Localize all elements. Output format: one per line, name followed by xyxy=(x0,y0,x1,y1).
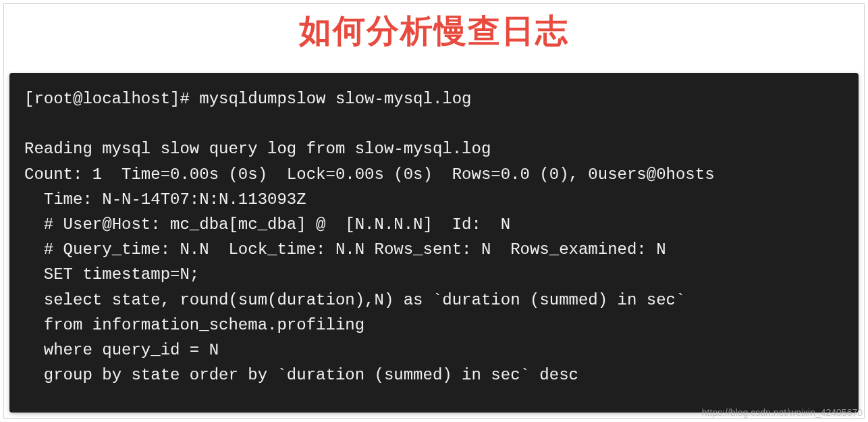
terminal-line: Time: N-N-14T07:N:N.113093Z xyxy=(24,190,306,209)
terminal-line: select state, round(sum(duration),N) as … xyxy=(24,291,685,309)
terminal-line: where query_id = N xyxy=(24,341,219,359)
terminal-line: Count: 1 Time=0.00s (0s) Lock=0.00s (0s)… xyxy=(24,165,715,184)
terminal-line: Reading mysql slow query log from slow-m… xyxy=(24,140,491,158)
watermark-text: https://blog.csdn.net/weixin_42405670 xyxy=(702,407,863,418)
terminal-line: # User@Host: mc_dba[mc_dba] @ [N.N.N.N] … xyxy=(24,215,510,234)
terminal-line: [root@localhost]# mysqldumpslow slow-mys… xyxy=(24,90,472,108)
terminal-line: from information_schema.profiling xyxy=(24,316,364,334)
terminal-line: group by state order by `duration (summe… xyxy=(24,366,578,384)
terminal-line: SET timestamp=N; xyxy=(24,265,199,284)
terminal-line: # Query_time: N.N Lock_time: N.N Rows_se… xyxy=(24,240,666,259)
slide-container: 如何分析慢查日志 [root@localhost]# mysqldumpslow… xyxy=(3,3,865,419)
slide-title: 如何分析慢查日志 xyxy=(4,9,864,53)
terminal-output: [root@localhost]# mysqldumpslow slow-mys… xyxy=(9,73,859,413)
slide-header: 如何分析慢查日志 xyxy=(4,4,864,73)
